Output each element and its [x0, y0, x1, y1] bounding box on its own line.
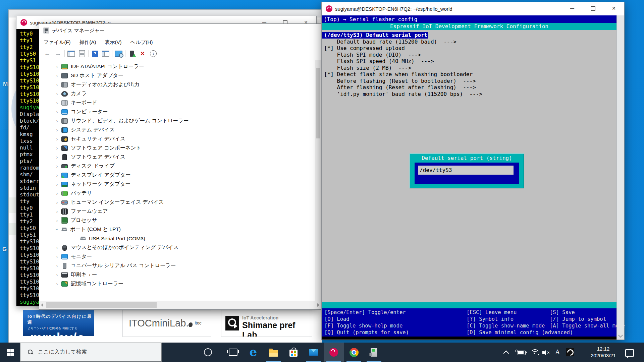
chevron-icon[interactable]: [53, 154, 61, 160]
ime-mode-letter[interactable]: A: [555, 348, 560, 356]
start-button[interactable]: [0, 343, 20, 362]
device-tree-row[interactable]: ディスク ドライブ: [39, 162, 315, 171]
chevron-icon[interactable]: [53, 254, 61, 259]
device-tree-row[interactable]: IDE ATA/ATAPI コントローラー: [39, 62, 315, 71]
device-tree-row[interactable]: 印刷キュー: [39, 270, 315, 279]
chevron-icon[interactable]: [53, 82, 61, 87]
device-tree-row[interactable]: プロセッサ: [39, 216, 315, 225]
chevron-icon[interactable]: [53, 100, 61, 106]
menu-item[interactable]: [*] Detect flash size when flashing boot…: [322, 71, 617, 78]
taskbar-debian-terminal-button[interactable]: [324, 343, 344, 362]
taskbar-chrome-button[interactable]: [344, 343, 364, 362]
chevron-icon[interactable]: [53, 190, 61, 196]
menu-item[interactable]: Flash size (2 MB) --->: [322, 65, 617, 71]
device-tree-row[interactable]: モニター: [39, 252, 315, 261]
close-button[interactable]: [603, 2, 624, 15]
chevron-icon[interactable]: [53, 245, 61, 250]
chevron-icon[interactable]: [53, 91, 61, 97]
device-tree-row[interactable]: ファームウェア: [39, 207, 315, 216]
menu-item[interactable]: Default baud rate (115200 baud) --->: [322, 39, 617, 45]
device-tree-row[interactable]: SD ホスト アダプター: [39, 71, 315, 80]
device-manager-titlebar[interactable]: デバイス マネージャー: [39, 24, 321, 37]
minimize-button[interactable]: [562, 2, 583, 15]
ime-input-indicator-icon[interactable]: [566, 348, 574, 356]
disable-device-button[interactable]: ↓: [148, 49, 159, 59]
maximize-button[interactable]: [583, 2, 603, 15]
chevron-icon[interactable]: [53, 145, 61, 151]
menu-item[interactable]: 操作(A): [75, 39, 101, 46]
uninstall-device-button[interactable]: ×: [137, 49, 148, 59]
device-tree-row[interactable]: サウンド、ビデオ、およびゲーム コントローラー: [39, 116, 315, 125]
menu-item[interactable]: Flash SPI mode (DIO) --->: [322, 52, 617, 58]
chevron-icon[interactable]: [53, 109, 61, 115]
clock[interactable]: 12:12 2020/03/21: [591, 346, 616, 359]
chevron-icon[interactable]: [53, 263, 61, 268]
cortana-button[interactable]: [198, 343, 218, 362]
device-tree-row[interactable]: セキュリティ デバイス: [39, 134, 315, 143]
tray-overflow-chevron-icon[interactable]: [503, 351, 509, 356]
scrollbar-thumb[interactable]: [316, 68, 320, 138]
device-tree-row[interactable]: ネットワーク アダプター: [39, 180, 315, 189]
chevron-icon[interactable]: [53, 227, 61, 232]
task-view-button[interactable]: [223, 343, 243, 362]
action-center-icon[interactable]: [625, 349, 634, 357]
menu-item[interactable]: Before flashing (Reset to bootloader) --…: [322, 78, 617, 84]
chevron-icon[interactable]: [53, 64, 61, 69]
volume-muted-icon[interactable]: ×: [542, 350, 551, 355]
menu-item[interactable]: 'idf.py monitor' baud rate (115200 bps) …: [322, 91, 617, 98]
show-console-tree-button[interactable]: [66, 49, 76, 59]
device-tree-row[interactable]: ソフトウェア コンポーネント: [39, 143, 315, 153]
menu-item[interactable]: After flashing (Reset after flashing) --…: [322, 84, 617, 91]
selected-menu-item[interactable]: (/dev/ttyS3) Default serial port: [322, 32, 428, 39]
menu-item-selected-row[interactable]: (/dev/ttyS3) Default serial port: [322, 32, 617, 39]
forward-button[interactable]: →: [53, 49, 63, 59]
device-tree-row[interactable]: コンピューター: [39, 107, 315, 116]
battery-icon[interactable]: [518, 351, 526, 355]
device-tree-row[interactable]: 記憶域コントローラー: [39, 279, 315, 288]
taskbar-search[interactable]: ここに入力して検索: [20, 343, 162, 362]
taskbar-device-manager-button[interactable]: [364, 343, 384, 362]
chevron-icon[interactable]: [53, 163, 61, 169]
device-tree-row[interactable]: バッテリ: [39, 189, 315, 198]
device-tree-row[interactable]: USB Serial Port (COM3): [39, 234, 315, 243]
chevron-icon[interactable]: [53, 172, 61, 178]
chevron-icon[interactable]: [53, 127, 61, 133]
device-tree-row[interactable]: システム デバイス: [39, 125, 315, 134]
chevron-icon[interactable]: [53, 136, 61, 142]
menuconfig-titlebar[interactable]: sugiyama@DESKTOP-EN6H7Q2: ~/esp/hello_wo…: [322, 2, 624, 15]
device-tree-row[interactable]: ソフトウェア デバイス: [39, 153, 315, 162]
device-tree-row[interactable]: オーディオの入力および出力: [39, 80, 315, 89]
taskbar-store-button[interactable]: [283, 343, 304, 362]
device-tree-row[interactable]: ユニバーサル シリアル バス コントローラー: [39, 261, 315, 270]
chevron-icon[interactable]: [53, 281, 61, 287]
update-driver-button[interactable]: [126, 49, 137, 59]
export-list-button[interactable]: [100, 49, 111, 59]
taskbar-mail-button[interactable]: [304, 343, 324, 362]
scroll-left-arrow-icon[interactable]: [41, 303, 43, 307]
back-button[interactable]: ←: [42, 49, 53, 59]
scroll-down-arrow-icon[interactable]: [618, 333, 623, 338]
menu-item[interactable]: ヘルプ(H): [126, 39, 157, 46]
device-tree-row[interactable]: マウスとそのほかのポインティング デバイス: [39, 243, 315, 252]
device-tree-row[interactable]: キーボード: [39, 98, 315, 107]
serial-port-input[interactable]: /dev/ttyS3: [418, 166, 514, 175]
scan-hardware-changes-button[interactable]: [113, 49, 124, 59]
menu-item[interactable]: Flash SPI speed (40 MHz) --->: [322, 58, 617, 65]
menu-item[interactable]: [*] Use compressed upload: [322, 45, 617, 52]
chevron-icon[interactable]: [53, 208, 61, 214]
serial-port-value[interactable]: /dev/ttyS3: [418, 166, 514, 175]
vertical-scrollbar[interactable]: [315, 60, 321, 301]
menu-item[interactable]: ファイル(F): [39, 39, 75, 46]
chevron-icon[interactable]: [53, 199, 61, 205]
taskbar-file-explorer-button[interactable]: [263, 343, 283, 362]
scrollbar-thumb[interactable]: [46, 302, 157, 308]
chevron-icon[interactable]: [71, 236, 80, 241]
help-button[interactable]: ?: [90, 49, 100, 59]
chevron-icon[interactable]: [53, 73, 61, 78]
properties-button[interactable]: [76, 49, 87, 59]
horizontal-scrollbar[interactable]: [39, 301, 321, 309]
wifi-icon[interactable]: [531, 349, 539, 355]
menu-item[interactable]: 表示(V): [101, 39, 126, 46]
device-tree-row[interactable]: ヒューマン インターフェイス デバイス: [39, 198, 315, 207]
chevron-icon[interactable]: [53, 181, 61, 187]
